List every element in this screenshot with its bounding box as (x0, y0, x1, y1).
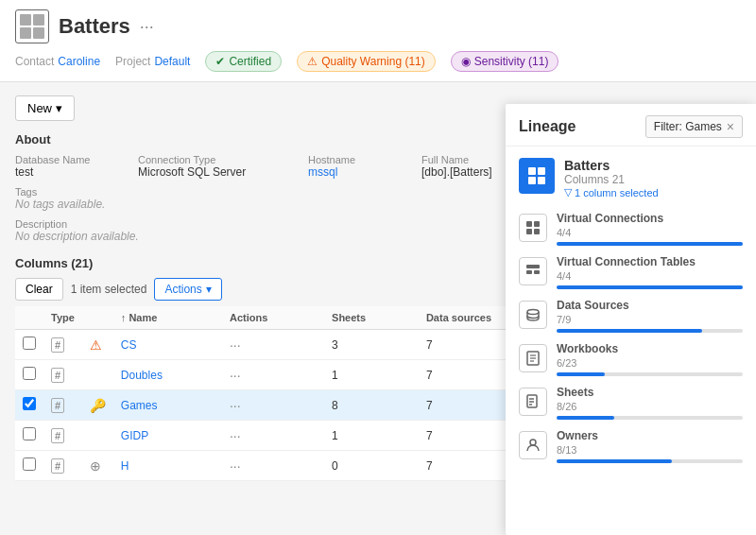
row-quality-cell: ⚠ (82, 330, 113, 360)
main-content: Batters ··· Contact Caroline Project Def… (0, 0, 756, 535)
svg-rect-6 (526, 229, 532, 234)
row-type-icon: # (51, 337, 64, 353)
col-header-checkbox (15, 306, 43, 330)
header-meta: Contact Caroline Project Default ✔ Certi… (15, 51, 741, 81)
col-header-name[interactable]: ↑ Name (113, 306, 222, 330)
row-checkbox[interactable] (23, 457, 36, 471)
row-type-cell: # (43, 330, 82, 360)
new-dropdown-icon: ▾ (56, 101, 62, 115)
lineage-item-body: Data Sources 7/9 (557, 299, 743, 333)
lineage-item-label: Virtual Connection Tables (557, 255, 743, 268)
lineage-batters-selected: ▽ 1 column selected (564, 186, 743, 198)
page-title: Batters (59, 14, 130, 39)
lineage-item-icon-virtual-connections (519, 214, 547, 242)
row-checkbox[interactable] (23, 367, 36, 380)
lineage-body: Batters Columns 21 ▽ 1 column selected V… (506, 147, 756, 526)
lineage-item-workbooks: Workbooks 6/23 (519, 342, 743, 376)
row-type-icon: # (51, 458, 64, 474)
lineage-item-body: Sheets 8/26 (557, 386, 743, 420)
row-name[interactable]: Doubles (121, 369, 163, 382)
lineage-item-icon-workbooks (519, 344, 547, 372)
row-actions-cell: ··· (222, 421, 324, 451)
row-actions-cell: ··· (222, 330, 324, 360)
selected-count: 1 item selected (71, 283, 147, 296)
new-button[interactable]: New ▾ (15, 95, 75, 121)
more-options-icon[interactable]: ··· (140, 17, 154, 37)
lineage-item-count: 6/23 (557, 357, 743, 369)
lineage-main-item: Batters Columns 21 ▽ 1 column selected (519, 158, 743, 198)
row-actions-dots[interactable]: ··· (230, 428, 241, 443)
lineage-item-icon-sheets (519, 388, 547, 416)
row-name[interactable]: CS (121, 338, 137, 352)
lineage-item-data-sources: Data Sources 7/9 (519, 299, 743, 333)
svg-rect-3 (538, 177, 545, 184)
table-icon (15, 9, 49, 43)
lineage-item-body: Workbooks 6/23 (557, 342, 743, 376)
quality-info-icon: 🔑 (90, 398, 106, 413)
row-checkbox[interactable] (23, 397, 36, 410)
row-checkbox[interactable] (23, 337, 36, 350)
lineage-item-sheets: Sheets 8/26 (519, 386, 743, 420)
svg-rect-5 (534, 221, 540, 227)
col-header-type: Type (43, 306, 82, 330)
lineage-item-label: Owners (557, 429, 743, 442)
lineage-progress-fill (557, 416, 614, 420)
row-type-cell: # (43, 390, 82, 421)
row-checkbox[interactable] (23, 427, 36, 440)
quality-warning-icon: ⚠ (90, 337, 102, 353)
hostname-field: Hostname mssql (308, 154, 421, 179)
row-checkbox-cell (15, 421, 43, 451)
row-actions-dots[interactable]: ··· (230, 337, 241, 353)
lineage-batters-info: Batters Columns 21 ▽ 1 column selected (564, 158, 743, 198)
row-checkbox-cell (15, 360, 43, 390)
lineage-progress-bg (557, 329, 743, 333)
row-type-icon: # (51, 428, 64, 443)
lineage-progress-fill (557, 285, 743, 289)
certified-label: Certified (229, 55, 271, 68)
quality-warning-badge[interactable]: ⚠ Quality Warning (11) (297, 51, 436, 72)
row-checkbox-cell (15, 330, 43, 360)
row-actions-dots[interactable]: ··· (230, 458, 241, 474)
row-type-cell: # (43, 360, 82, 390)
quality-label: Quality Warning (11) (321, 55, 425, 68)
row-actions-cell: ··· (222, 360, 324, 390)
connection-type-label: Connection Type Microsoft SQL Server (138, 154, 308, 179)
row-quality-cell (82, 421, 113, 451)
row-sheets-cell: 8 (324, 390, 419, 421)
header-top: Batters ··· (15, 9, 741, 51)
row-name[interactable]: Games (121, 399, 158, 412)
quality-link-icon: ⊕ (90, 458, 101, 474)
lineage-item-label: Data Sources (557, 299, 743, 312)
row-name[interactable]: GIDP (121, 429, 148, 442)
certified-badge[interactable]: ✔ Certified (205, 51, 282, 72)
col-header-actions: Actions (222, 306, 324, 330)
lineage-item-virtual-tables: Virtual Connection Tables 4/4 (519, 255, 743, 289)
lineage-item-icon-virtual-tables (519, 257, 547, 285)
row-actions-dots[interactable]: ··· (230, 368, 241, 383)
lineage-progress-bg (557, 372, 743, 376)
row-sheets-cell: 0 (324, 451, 419, 481)
quality-icon: ⚠ (307, 55, 318, 68)
row-actions-dots[interactable]: ··· (230, 398, 241, 413)
actions-button[interactable]: Actions ▾ (154, 278, 221, 301)
row-name[interactable]: H (121, 459, 129, 473)
row-type-cell: # (43, 451, 82, 481)
lineage-progress-bg (557, 285, 743, 289)
svg-rect-10 (534, 270, 540, 274)
lineage-filter-close-icon[interactable]: × (727, 119, 734, 134)
lineage-filter-chip[interactable]: Filter: Games × (645, 115, 743, 138)
row-name-cell: GIDP (113, 421, 222, 451)
lineage-batters-icon (519, 158, 555, 194)
lineage-item-count: 4/4 (557, 270, 743, 282)
row-name-cell: Doubles (113, 360, 222, 390)
project-meta: Project Default (115, 55, 190, 68)
lineage-item-body: Owners 8/13 (557, 429, 743, 463)
row-type-icon: # (51, 368, 64, 383)
lineage-header: Lineage Filter: Games × (506, 104, 756, 147)
sensitivity-badge[interactable]: ◉ Sensitivity (11) (451, 51, 559, 72)
col-header-sheets: Sheets (324, 306, 419, 330)
svg-rect-1 (538, 167, 545, 175)
clear-button[interactable]: Clear (15, 278, 63, 301)
row-sheets-cell: 1 (324, 360, 419, 390)
lineage-filter-label: Filter: Games (654, 120, 722, 133)
